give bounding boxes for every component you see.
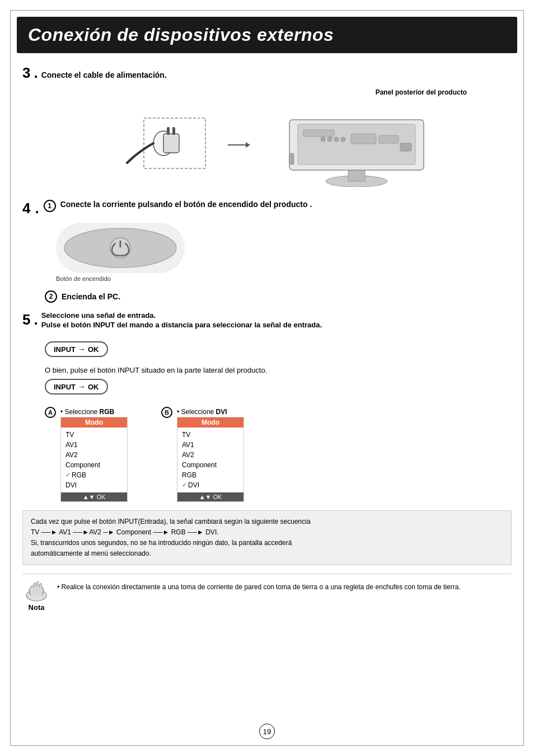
mode-box-b-header: Modo (177, 417, 243, 428)
mode-item-av1-b: AV1 (182, 440, 239, 450)
page-border-top (10, 10, 524, 11)
main-content: 3 . Conecte el cable de alimentación. Pa… (22, 53, 512, 634)
svg-rect-4 (172, 127, 175, 135)
mode-item-dvi-b-selected: ✓ DVI (182, 480, 239, 490)
power-button-image (56, 223, 185, 273)
step-3: 3 . Conecte el cable de alimentación. Pa… (22, 64, 512, 189)
connector-arrow (228, 139, 250, 152)
mode-boxes-row: A • Seleccione RGB Modo TV AV1 AV2 Compo… (45, 406, 512, 502)
page-border-left (10, 10, 11, 746)
mode-item-tv-a: TV (65, 430, 123, 440)
page-title: Conexión de dispositivos externos (28, 25, 506, 45)
nota-label-area: Nota (22, 580, 50, 612)
ok-label-1: OK (88, 345, 99, 354)
mode-box-b-footer: ▲▼ OK (177, 492, 243, 501)
mode-item-rgb-a-selected: ✓ RGB (65, 470, 123, 480)
ok-label-2: OK (88, 383, 99, 391)
mode-box-b: Modo TV AV1 AV2 Component RGB ✓ DVI (177, 417, 244, 502)
panel-label: Panel posterior del producto (376, 88, 467, 96)
mode-box-a: Modo TV AV1 AV2 Component ✓ RGB DVI (60, 417, 128, 502)
svg-point-12 (321, 137, 325, 142)
monitor-back-panel (267, 103, 446, 189)
info-line2: TV ──► AV1 ──►AV2 ─► Component ──► RGB ─… (31, 527, 503, 538)
page-number: 19 (259, 724, 275, 739)
arrow-icon-1: → (78, 345, 86, 354)
input-label-2: INPUT (54, 383, 76, 391)
step-4-sub1-label: Conecte la corriente pulsando el botón d… (60, 200, 312, 209)
mode-box-a-footer: ▲▼ OK (61, 492, 127, 501)
step-3-title: Conecte el cable de alimentación. (41, 71, 167, 79)
step-5-number: 5 (22, 311, 30, 328)
group-b-circle: B (161, 407, 172, 418)
input-ok-button-2: INPUT → OK (45, 379, 108, 395)
svg-marker-6 (246, 142, 250, 148)
step-3-label: 3 . Conecte el cable de alimentación. (22, 64, 512, 82)
info-line3: Si, transcurridos unos segundos, no se h… (31, 538, 503, 548)
checkmark-rgb: ✓ (65, 470, 71, 480)
mode-box-a-header: Modo (61, 417, 127, 428)
step-5-title2: Pulse el botón INPUT del mando a distanc… (41, 321, 322, 329)
checkmark-dvi: ✓ (182, 480, 187, 490)
arrow-icon-2: → (78, 382, 86, 391)
group-b-seleccione: • Seleccione DVI (177, 408, 244, 417)
info-box: Cada vez que pulse el botón INPUT(Entrad… (22, 510, 512, 566)
step-4-header: 4 . 1 Conecte la corriente pulsando el b… (22, 200, 512, 217)
input-label-1: INPUT (54, 345, 76, 354)
svg-point-14 (334, 137, 339, 142)
mode-item-tv-b: TV (182, 430, 239, 440)
page-border-bottom (10, 745, 524, 746)
mode-item-av2-a: AV2 (65, 450, 123, 460)
step-4-sub2-circle: 2 (45, 290, 57, 303)
svg-rect-3 (167, 127, 170, 135)
step-4-sub2-label: Encienda el PC. (62, 292, 120, 301)
step-4: 4 . 1 Conecte la corriente pulsando el b… (22, 200, 512, 303)
svg-point-15 (341, 137, 345, 142)
step-5-label: 5 . Seleccione una señal de entrada. Pul… (22, 311, 512, 335)
step-4-sub1-circle: 1 (44, 200, 56, 212)
info-line1: Cada vez que pulse el botón INPUT(Entrad… (31, 516, 503, 527)
svg-rect-17 (379, 135, 399, 143)
svg-rect-16 (351, 134, 376, 144)
plug-illustration (110, 112, 211, 180)
mode-box-a-items: TV AV1 AV2 Component ✓ RGB DVI (61, 428, 127, 492)
nota-text: • Realice la conexión directamente a una… (57, 580, 461, 593)
mode-item-av2-b: AV2 (182, 450, 239, 460)
svg-point-13 (327, 137, 332, 142)
step-5: 5 . Seleccione una señal de entrada. Pul… (22, 311, 512, 502)
title-bar: Conexión de dispositivos externos (17, 17, 517, 53)
nota-icon (22, 580, 50, 602)
mode-item-component-b: Component (182, 460, 239, 470)
svg-rect-2 (163, 134, 179, 153)
mode-item-component-a: Component (65, 460, 123, 470)
group-a-seleccione: • Seleccione RGB (60, 408, 128, 417)
svg-rect-19 (289, 153, 294, 165)
step-3-images (45, 103, 512, 189)
group-a-circle: A (45, 407, 56, 418)
info-line4: automáticamente al menú seleccionado. (31, 548, 503, 559)
page-border-right (523, 10, 524, 746)
nota-title: Nota (29, 603, 45, 612)
nota-section: Nota • Realice la conexión directamente … (22, 574, 512, 612)
step-5-desc: O bien, pulse el botón INPUT situado en … (45, 366, 267, 374)
mode-box-b-items: TV AV1 AV2 Component RGB ✓ DVI (177, 428, 243, 492)
step-4-number: 4 (22, 200, 30, 217)
step-3-number: 3 (22, 64, 30, 82)
input-ok-button-1: INPUT → OK (45, 341, 108, 357)
step-4-sub2: 2 Encienda el PC. (22, 290, 512, 303)
mode-item-rgb-b: RGB (182, 470, 239, 480)
svg-rect-11 (303, 130, 334, 137)
svg-rect-18 (400, 143, 411, 151)
power-button-caption: Botón de encendido (56, 275, 512, 282)
step-5-title1: Seleccione una señal de entrada. (41, 311, 322, 320)
mode-item-av1-a: AV1 (65, 440, 123, 450)
mode-item-dvi-a: DVI (65, 480, 123, 490)
